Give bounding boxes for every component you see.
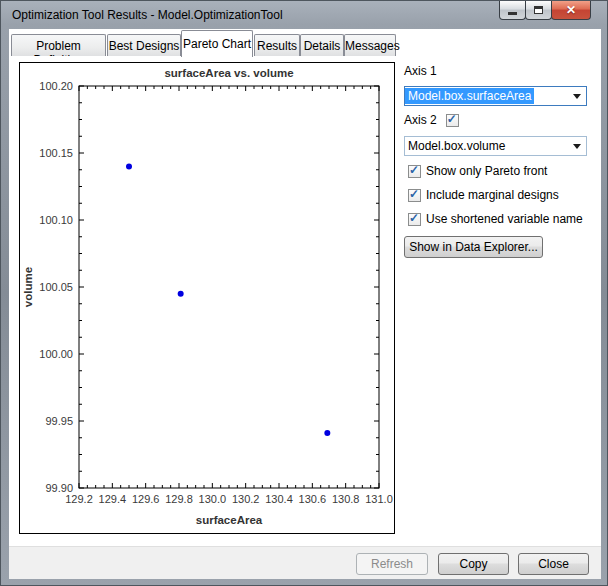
check-icon: ✓: [447, 112, 457, 126]
pareto-chart-panel: 129.2129.4129.6129.8130.0130.2130.4130.6…: [19, 62, 395, 534]
window-title: Optimization Tool Results - Model.Optimi…: [12, 8, 283, 22]
tab-messages[interactable]: Messages: [344, 34, 396, 56]
copy-button[interactable]: Copy: [438, 553, 509, 575]
axis2-checkbox[interactable]: ✓: [446, 114, 459, 127]
minimize-button[interactable]: [499, 1, 526, 20]
svg-text:volume: volume: [22, 267, 34, 307]
window-controls: ✕: [500, 1, 591, 20]
use-shortened-variable-name-row: ✓ Use shortened variable name: [408, 212, 583, 226]
tab-best-designs[interactable]: Best Designs: [107, 34, 181, 56]
svg-text:surfaceArea: surfaceArea: [196, 514, 263, 526]
check-icon: ✓: [409, 163, 419, 177]
show-in-data-explorer-button[interactable]: Show in Data Explorer...: [404, 236, 543, 258]
svg-text:100.10: 100.10: [39, 214, 73, 226]
tab-results[interactable]: Results: [254, 34, 300, 56]
include-marginal-designs-row: ✓ Include marginal designs: [408, 188, 559, 202]
pareto-chart-page: 129.2129.4129.6129.8130.0130.2130.4130.6…: [9, 56, 601, 546]
axis1-combobox[interactable]: Model.box.surfaceArea: [404, 86, 587, 106]
svg-text:99.95: 99.95: [45, 415, 73, 427]
tab-strip: Problem Definition Best Designs Pareto C…: [9, 29, 601, 57]
svg-text:129.4: 129.4: [99, 493, 127, 505]
svg-text:100.15: 100.15: [39, 147, 73, 159]
svg-text:100.20: 100.20: [39, 80, 73, 92]
svg-text:129.6: 129.6: [132, 493, 160, 505]
svg-text:130.4: 130.4: [265, 493, 293, 505]
show-only-pareto-front-label: Show only Pareto front: [426, 164, 547, 178]
maximize-icon: [534, 6, 543, 14]
check-icon: ✓: [409, 211, 419, 225]
include-marginal-designs-label: Include marginal designs: [426, 188, 559, 202]
svg-text:100.00: 100.00: [39, 348, 73, 360]
footer-bar: Refresh Copy Close: [9, 546, 601, 579]
include-marginal-designs-checkbox[interactable]: ✓: [408, 189, 421, 202]
tab-details[interactable]: Details: [300, 34, 344, 56]
svg-text:99.90: 99.90: [45, 482, 73, 494]
svg-text:129.2: 129.2: [65, 493, 93, 505]
axis2-combobox[interactable]: Model.box.volume: [404, 136, 587, 156]
tab-problem-definition[interactable]: Problem Definition: [11, 34, 106, 56]
use-shortened-variable-name-label: Use shortened variable name: [426, 212, 583, 226]
use-shortened-variable-name-checkbox[interactable]: ✓: [408, 213, 421, 226]
svg-text:131.0: 131.0: [365, 493, 393, 505]
close-icon: ✕: [566, 3, 576, 17]
axis2-selected-value: Model.box.volume: [405, 138, 508, 154]
close-dialog-button[interactable]: Close: [518, 553, 589, 575]
svg-text:130.0: 130.0: [199, 493, 227, 505]
minimize-icon: [508, 12, 517, 15]
show-only-pareto-front-row: ✓ Show only Pareto front: [408, 164, 547, 178]
refresh-button[interactable]: Refresh: [356, 553, 428, 575]
axis2-label: Axis 2: [404, 113, 437, 127]
maximize-button[interactable]: [525, 1, 552, 20]
chevron-down-icon[interactable]: [573, 94, 581, 99]
svg-text:surfaceArea vs. volume: surfaceArea vs. volume: [164, 67, 293, 79]
chevron-down-icon[interactable]: [573, 144, 581, 149]
show-only-pareto-front-checkbox[interactable]: ✓: [408, 165, 421, 178]
svg-text:100.05: 100.05: [39, 281, 73, 293]
close-button[interactable]: ✕: [551, 1, 591, 20]
axis2-row: Axis 2 ✓: [404, 113, 459, 127]
tab-pareto-chart[interactable]: Pareto Chart: [181, 30, 253, 57]
title-bar[interactable]: Optimization Tool Results - Model.Optimi…: [1, 1, 607, 29]
axis1-label: Axis 1: [404, 64, 437, 78]
dialog-window: Optimization Tool Results - Model.Optimi…: [0, 0, 608, 586]
pareto-scatter-chart: 129.2129.4129.6129.8130.0130.2130.4130.6…: [20, 63, 394, 533]
check-icon: ✓: [409, 187, 419, 201]
svg-text:130.2: 130.2: [232, 493, 260, 505]
svg-text:129.8: 129.8: [165, 493, 193, 505]
dialog-client-area: Problem Definition Best Designs Pareto C…: [9, 29, 601, 579]
svg-text:130.6: 130.6: [299, 493, 327, 505]
axis1-selected-value: Model.box.surfaceArea: [405, 88, 534, 104]
svg-text:130.8: 130.8: [332, 493, 360, 505]
